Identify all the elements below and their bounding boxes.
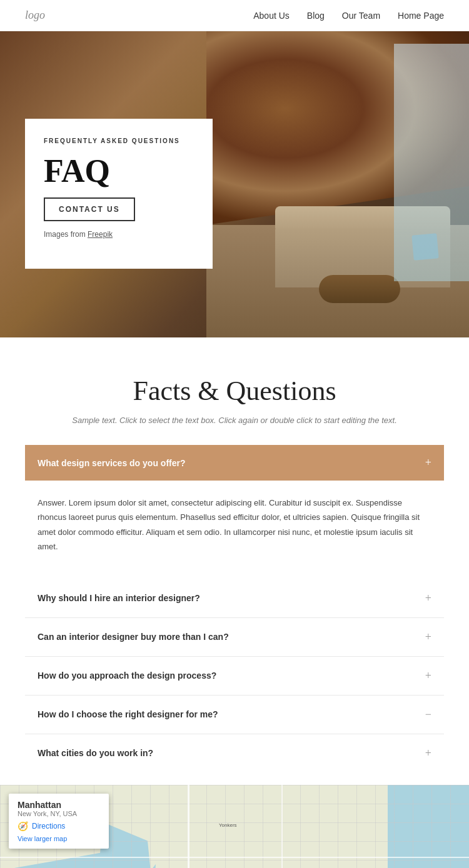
faq-question-0: What design services do you offer?: [38, 458, 186, 468]
faq-item-2[interactable]: Can an interior designer buy more than I…: [25, 618, 444, 657]
map-road-v2: [281, 785, 283, 868]
faq-icon-0: +: [425, 456, 431, 469]
faq-item-0[interactable]: What design services do you offer? +: [25, 445, 444, 481]
faq-item-5[interactable]: What cities do you work in? +: [25, 734, 444, 772]
faq-question-2: Can an interior designer buy more than I…: [38, 632, 229, 642]
faq-subtitle: Sample text. Click to select the text bo…: [25, 416, 444, 425]
faq-section: Facts & Questions Sample text. Click to …: [0, 337, 469, 785]
nav-home-page[interactable]: Home Page: [398, 11, 444, 21]
hero-credits: Images from Freepik: [44, 230, 190, 239]
map-road-v1: [188, 785, 189, 868]
map-location-name: Manhattan: [18, 800, 100, 810]
navbar: logo About Us Blog Our Team Home Page: [0, 0, 469, 31]
faq-answer-0: Answer. Lorem ipsum dolor sit amet, cons…: [25, 481, 444, 569]
view-larger-map-link[interactable]: View larger map: [18, 835, 100, 842]
hero-section: FREQUENTLY ASKED QUESTIONS FAQ CONTACT U…: [0, 31, 469, 337]
faq-icon-5: +: [425, 747, 431, 760]
contact-us-button[interactable]: CONTACT US: [44, 197, 135, 221]
hero-subtitle: FREQUENTLY ASKED QUESTIONS: [44, 137, 190, 144]
map-info-box: Manhattan New York, NY, USA 🧭 Directions…: [9, 794, 109, 849]
map-section: MANHATTAN BRONX QUEENS BROOKLYN Newark N…: [0, 785, 469, 868]
faq-icon-3: +: [425, 669, 431, 682]
nav-about[interactable]: About Us: [253, 11, 290, 21]
hero-credits-text: Images from: [44, 230, 88, 239]
faq-item-4[interactable]: How do I choose the right designer for m…: [25, 696, 444, 734]
nav-our-team[interactable]: Our Team: [342, 11, 380, 21]
faq-question-5: What cities do you work in?: [38, 748, 153, 758]
faq-icon-2: +: [425, 631, 431, 644]
logo: logo: [25, 9, 45, 22]
faq-item-1[interactable]: Why should I hire an interior designer? …: [25, 579, 444, 618]
directions-label: Directions: [32, 822, 65, 831]
faq-icon-4: −: [425, 708, 431, 721]
nav-blog[interactable]: Blog: [307, 11, 325, 21]
hero-card: FREQUENTLY ASKED QUESTIONS FAQ CONTACT U…: [25, 119, 213, 269]
hero-title: FAQ: [44, 153, 190, 189]
map-location-sub: New York, NY, USA: [18, 810, 100, 817]
directions-icon: 🧭: [18, 821, 28, 831]
faq-question-1: Why should I hire an interior designer?: [38, 593, 200, 603]
map-directions[interactable]: 🧭 Directions: [18, 821, 100, 831]
faq-main-title: Facts & Questions: [25, 375, 444, 407]
faq-question-4: How do I choose the right designer for m…: [38, 709, 218, 719]
map-road-h2: [0, 857, 469, 858]
map-background: MANHATTAN BRONX QUEENS BROOKLYN Newark N…: [0, 785, 469, 868]
hero-coffee-table: [319, 275, 400, 303]
nav-links: About Us Blog Our Team Home Page: [253, 11, 444, 21]
map-label-yonkers: Yonkers: [219, 822, 237, 828]
faq-question-3: How do you approach the design process?: [38, 671, 216, 681]
faq-icon-1: +: [425, 592, 431, 605]
hero-window: [394, 44, 469, 281]
freepik-link[interactable]: Freepik: [88, 230, 113, 239]
faq-item-3[interactable]: How do you approach the design process? …: [25, 657, 444, 696]
